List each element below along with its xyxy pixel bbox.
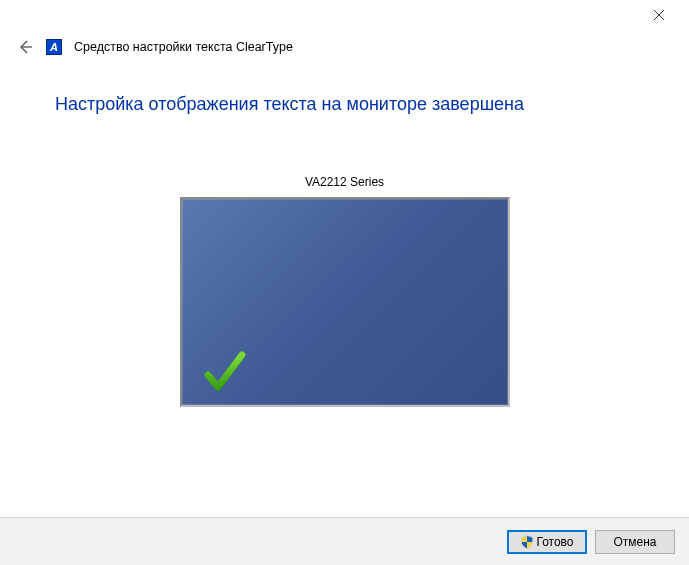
wizard-header: A Средство настройки текста ClearType bbox=[0, 30, 689, 64]
monitor-block: VA2212 Series bbox=[55, 175, 634, 407]
close-button[interactable] bbox=[637, 1, 681, 29]
finish-button-label: Готово bbox=[536, 535, 573, 549]
titlebar bbox=[0, 0, 689, 30]
back-arrow-icon bbox=[17, 39, 33, 55]
shield-icon bbox=[520, 535, 534, 549]
monitor-preview bbox=[180, 197, 510, 407]
app-icon: A bbox=[46, 39, 62, 55]
monitor-name: VA2212 Series bbox=[305, 175, 384, 189]
wizard-footer: Готово Отмена bbox=[0, 517, 689, 565]
finish-button[interactable]: Готово bbox=[507, 530, 587, 554]
page-title: Настройка отображения текста на мониторе… bbox=[55, 94, 634, 115]
checkmark-icon bbox=[200, 347, 250, 397]
window-title: Средство настройки текста ClearType bbox=[74, 40, 293, 54]
content-area: Настройка отображения текста на мониторе… bbox=[0, 64, 689, 407]
cancel-button[interactable]: Отмена bbox=[595, 530, 675, 554]
close-icon bbox=[654, 10, 664, 20]
back-button[interactable] bbox=[16, 38, 34, 56]
cancel-button-label: Отмена bbox=[613, 535, 656, 549]
